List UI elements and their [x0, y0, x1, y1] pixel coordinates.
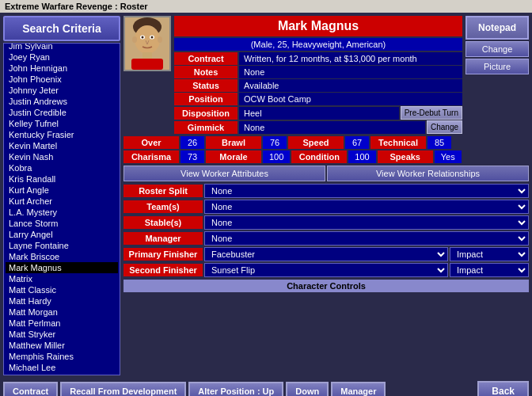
manager-label: Manager — [124, 232, 203, 245]
stats-section: Over 26 Brawl 76 Speed 67 Technical 85 C… — [124, 136, 529, 163]
brawl-label: Brawl — [206, 136, 261, 149]
worker-list-item[interactable]: Larry Angel — [6, 229, 118, 240]
pre-debut-button[interactable]: Pre-Debut Turn — [401, 106, 462, 120]
stables-label: Stable(s) — [124, 216, 203, 229]
stables-select[interactable]: None — [204, 215, 529, 230]
manager-row: Manager None — [124, 231, 529, 246]
worker-list-item[interactable]: Jim Sylvain — [6, 43, 118, 51]
svg-point-5 — [142, 36, 144, 39]
worker-list-item[interactable]: Kurt Angle — [6, 185, 118, 196]
worker-list-item[interactable]: Joey Ryan — [6, 51, 118, 63]
sidebar: Search Criteria Jeff RossJeremy LopezJer… — [3, 16, 120, 375]
second-finisher-select[interactable]: Sunset Flip — [204, 263, 448, 277]
gimmick-value: None — [239, 121, 425, 134]
worker-list-item[interactable]: Matt Hardy — [6, 295, 118, 307]
worker-list-item[interactable]: John Hennigan — [6, 63, 118, 74]
worker-list-item[interactable]: Kevin Martel — [6, 140, 118, 151]
svg-point-6 — [151, 36, 154, 39]
view-attributes-button[interactable]: View Worker Attributes — [124, 166, 325, 181]
svg-point-2 — [135, 25, 160, 54]
worker-list-item[interactable]: Matt Morgan — [6, 307, 118, 318]
worker-list-item[interactable]: Kobra — [6, 162, 118, 173]
second-finisher-row: Second Finisher Sunset Flip Impact — [124, 263, 529, 277]
primary-finisher-row: Primary Finisher Facebuster Impact — [124, 247, 529, 261]
condition-label: Condition — [291, 150, 347, 163]
primary-finisher-select[interactable]: Facebuster — [204, 247, 448, 261]
alter-position-up-button[interactable]: Alter Position : Up — [188, 382, 283, 396]
worker-photo — [124, 16, 171, 71]
teams-label: Team(s) — [124, 200, 203, 213]
change-gimmick-button[interactable]: Change — [427, 120, 462, 134]
worker-list[interactable]: Jeff RossJeremy LopezJerry LynnJim Sylva… — [3, 43, 120, 375]
worker-list-item[interactable]: Justin Andrews — [6, 96, 118, 107]
right-buttons: Notepad Change Picture — [466, 16, 529, 74]
worker-list-item[interactable]: Kentucky Frasier — [6, 129, 118, 140]
contract-button[interactable]: Contract — [3, 382, 58, 396]
teams-row: Team(s) None — [124, 200, 529, 214]
charisma-value: 73 — [180, 150, 204, 163]
speaks-label: Speaks — [378, 150, 433, 163]
worker-list-item[interactable]: Mark Magnus — [6, 262, 118, 273]
attr-row: View Worker Attributes View Worker Relat… — [124, 166, 529, 181]
disposition-row: Disposition Heel Pre-Debut Turn — [174, 106, 462, 120]
worker-list-item[interactable]: Matthew Miller — [6, 340, 118, 351]
notepad-button[interactable]: Notepad — [466, 16, 529, 40]
morale-label: Morale — [206, 150, 261, 163]
svg-point-7 — [132, 36, 137, 43]
worker-list-item[interactable]: Michael Lee — [6, 362, 118, 373]
disposition-label: Disposition — [174, 107, 238, 120]
worker-list-item[interactable]: Layne Fontaine — [6, 240, 118, 251]
condition-value: 100 — [348, 150, 375, 163]
worker-list-item[interactable]: Johnny Jeter — [6, 85, 118, 96]
worker-list-item[interactable]: Matt Perlman — [6, 318, 118, 329]
worker-list-item[interactable]: Mark Briscoe — [6, 251, 118, 262]
second-finisher-label: Second Finisher — [124, 264, 203, 276]
contract-row: Contract Written, for 12 months, at $13,… — [174, 52, 462, 65]
char-controls-bar: Character Controls — [124, 280, 529, 292]
worker-list-item[interactable]: Kevin Nash — [6, 151, 118, 162]
worker-list-item[interactable]: Memphis Raines — [6, 351, 118, 362]
recall-button[interactable]: Recall From Development — [60, 382, 186, 396]
teams-select[interactable]: None — [204, 200, 529, 214]
gimmick-row: Gimmick None Change — [174, 120, 462, 134]
speed-value: 67 — [345, 136, 369, 149]
svg-point-8 — [158, 36, 162, 43]
picture-button[interactable]: Picture — [466, 59, 529, 74]
worker-list-item[interactable]: L.A. Mystery — [6, 207, 118, 218]
alter-position-down-button[interactable]: Down — [286, 382, 329, 396]
disposition-value: Heel — [239, 107, 399, 120]
stats-row-2: Charisma 73 Morale 100 Condition 100 Spe… — [124, 150, 529, 163]
worker-list-item[interactable]: John Phoenix — [6, 74, 118, 85]
worker-list-item[interactable]: Matrix — [6, 273, 118, 284]
stables-row: Stable(s) None — [124, 215, 529, 230]
worker-list-item[interactable]: Lance Storm — [6, 218, 118, 229]
bottom-toolbar: Contract Recall From Development Alter P… — [0, 379, 532, 396]
worker-subtitle: (Male, 25, Heavyweight, American) — [174, 38, 462, 51]
worker-list-item[interactable]: Justin Credible — [6, 107, 118, 118]
worker-list-item[interactable]: Kris Randall — [6, 173, 118, 185]
roster-split-select[interactable]: None — [204, 184, 529, 198]
stats-row-1: Over 26 Brawl 76 Speed 67 Technical 85 — [124, 136, 529, 149]
speaks-value: Yes — [435, 150, 462, 163]
back-button[interactable]: Back — [477, 381, 529, 396]
manager-select[interactable]: None — [204, 231, 529, 246]
notes-row: Notes None — [174, 66, 462, 78]
content-area: Mark Magnus (Male, 25, Heavyweight, Amer… — [124, 16, 529, 375]
worker-list-item[interactable]: Kurt Archer — [6, 196, 118, 207]
roster-split-row: Roster Split None — [124, 184, 529, 198]
view-relationships-button[interactable]: View Worker Relationships — [327, 166, 529, 181]
over-label: Over — [124, 136, 179, 149]
second-finisher-type-select[interactable]: Impact — [450, 263, 529, 277]
worker-list-item[interactable]: Kelley Tufnel — [6, 118, 118, 129]
primary-finisher-type-select[interactable]: Impact — [450, 247, 529, 261]
worker-info-block: Mark Magnus (Male, 25, Heavyweight, Amer… — [174, 16, 462, 134]
worker-list-item[interactable]: Matt Classic — [6, 284, 118, 295]
worker-name: Mark Magnus — [174, 16, 462, 36]
contract-label: Contract — [174, 52, 238, 65]
info-rows: Contract Written, for 12 months, at $13,… — [174, 52, 462, 134]
worker-list-item[interactable]: Matt Stryker — [6, 329, 118, 340]
manager-toolbar-button[interactable]: Manager — [331, 382, 386, 396]
roster-split-label: Roster Split — [124, 185, 203, 197]
change-button[interactable]: Change — [466, 41, 529, 57]
lower-section: Roster Split None Team(s) None Stable(s)… — [124, 184, 529, 277]
